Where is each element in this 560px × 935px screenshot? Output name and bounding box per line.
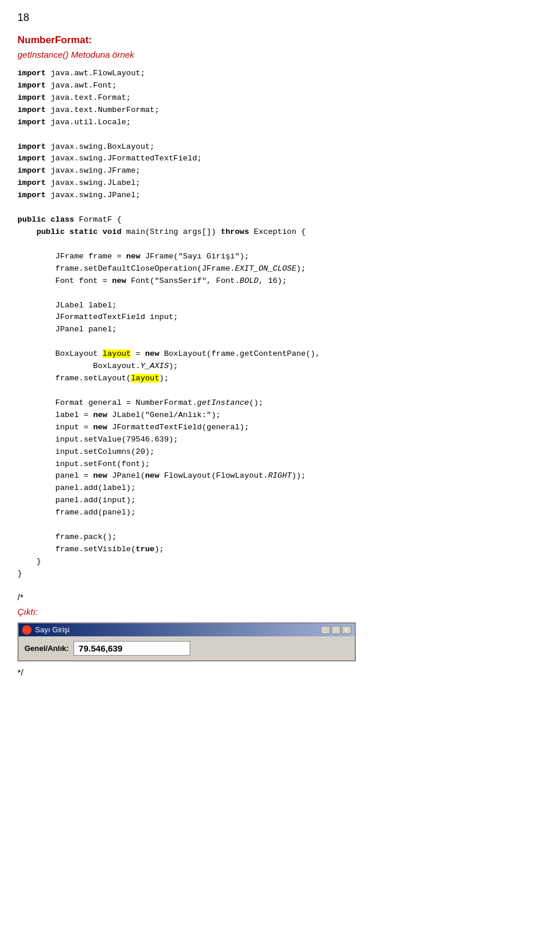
code-line: public static void main(String args[]) t…	[18, 226, 542, 239]
code-line: frame.setLayout(layout);	[18, 373, 542, 385]
cikti-label: Çıktı:	[18, 607, 542, 617]
code-line: Format general = NumberFormat.getInstanc…	[18, 397, 542, 409]
code-line	[18, 336, 542, 348]
code-line: JFormattedTextField input;	[18, 311, 542, 324]
code-line: frame.setVisible(true);	[18, 544, 542, 556]
code-line	[18, 202, 542, 214]
section-title: NumberFormat:	[18, 34, 542, 46]
close-button[interactable]: ✕	[342, 626, 351, 634]
code-line: BoxLayout layout = new BoxLayout(frame.g…	[18, 348, 542, 360]
code-line: import java.text.Format;	[18, 92, 542, 104]
output-window: Sayı Girişi _ □ ✕ Genel/Anlık: 79.546,63…	[18, 622, 356, 661]
window-titlebar: Sayı Girişi _ □ ✕	[19, 624, 355, 636]
code-line: panel.add(label);	[18, 482, 542, 495]
code-line: import java.util.Locale;	[18, 117, 542, 129]
window-body: Genel/Anlık: 79.546,639	[19, 636, 355, 660]
code-line: input.setValue(79546.639);	[18, 434, 542, 446]
code-line: import java.awt.FlowLayout;	[18, 68, 542, 80]
code-line	[18, 519, 542, 531]
code-line: input = new JFormattedTextField(general)…	[18, 422, 542, 434]
code-line: JLabel label;	[18, 300, 542, 312]
comment-end: */	[18, 667, 542, 677]
code-line	[18, 129, 542, 141]
restore-button[interactable]: □	[331, 626, 341, 634]
code-line: import javax.swing.JFrame;	[18, 165, 542, 177]
field-label: Genel/Anlık:	[24, 644, 69, 653]
titlebar-left: Sayı Girişi	[22, 625, 69, 635]
code-line: }	[18, 568, 542, 580]
code-line	[18, 288, 542, 300]
window-controls[interactable]: _ □ ✕	[321, 626, 351, 634]
code-line: import javax.swing.JPanel;	[18, 190, 542, 202]
java-icon	[22, 625, 32, 635]
code-line: import javax.swing.JFormattedTextField;	[18, 153, 542, 165]
code-line: import java.awt.Font;	[18, 80, 542, 92]
page-number: 18	[18, 12, 542, 24]
code-line: Font font = new Font("SansSerif", Font.B…	[18, 275, 542, 288]
code-line: frame.setDefaultCloseOperation(JFrame.EX…	[18, 263, 542, 275]
window-title: Sayı Girişi	[35, 625, 69, 634]
minimize-button[interactable]: _	[321, 626, 330, 634]
code-block: import java.awt.FlowLayout; import java.…	[18, 68, 542, 580]
code-line: frame.pack();	[18, 531, 542, 544]
field-value: 79.546,639	[74, 641, 190, 656]
code-line: panel.add(input);	[18, 495, 542, 507]
code-line: label = new JLabel("Genel/Anlık:");	[18, 409, 542, 422]
code-line: frame.add(panel);	[18, 507, 542, 519]
code-line: import javax.swing.JLabel;	[18, 177, 542, 190]
code-line	[18, 239, 542, 251]
comment-start: /*	[18, 592, 542, 602]
code-line: input.setColumns(20);	[18, 446, 542, 458]
subtitle: getInstance() Metoduna örnek	[18, 50, 542, 59]
code-line: panel = new JPanel(new FlowLayout(FlowLa…	[18, 470, 542, 482]
code-line	[18, 385, 542, 397]
code-line: import javax.swing.BoxLayout;	[18, 141, 542, 153]
code-line: import java.text.NumberFormat;	[18, 104, 542, 117]
code-line: public class FormatF {	[18, 214, 542, 226]
code-line: JFrame frame = new JFrame("Sayı Girişi")…	[18, 251, 542, 263]
code-line: BoxLayout.Y_AXIS);	[18, 360, 542, 373]
code-line: input.setFont(font);	[18, 458, 542, 471]
code-line: }	[18, 556, 542, 568]
code-line: JPanel panel;	[18, 324, 542, 336]
